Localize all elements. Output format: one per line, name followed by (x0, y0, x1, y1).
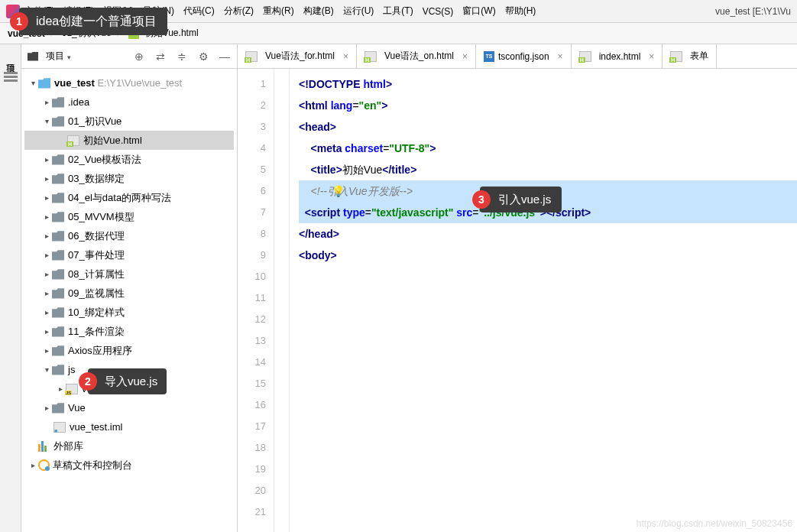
tree-axios[interactable]: ▸Axios应用程序 (24, 341, 234, 360)
callout-1-badge: 1 (10, 12, 28, 31)
tab-tsconfig[interactable]: TStsconfig.json (476, 44, 572, 68)
editor-tabs: Vue语法_for.html Vue语法_on.html TStsconfig.… (238, 44, 797, 69)
tree-extlib[interactable]: 外部库 (24, 436, 234, 456)
callout-3-text: 引入vue.js (498, 193, 551, 207)
settings-button[interactable]: ⚙ (197, 50, 209, 63)
callout-3: 3 引入vue.js (480, 187, 562, 212)
tree-04[interactable]: ▸04_el与data的两种写法 (24, 188, 234, 207)
menu-tools[interactable]: 工具(T) (383, 5, 413, 18)
project-panel: 项目 ⊕ ⇄ ≑ ⚙ — ▾vue_test E:\Y1\Vue\vue_tes… (21, 44, 238, 532)
folder-icon (28, 52, 38, 61)
tree-iml[interactable]: vue_test.iml (24, 417, 234, 436)
callout-2-badge: 2 (79, 372, 97, 391)
editor-area: Vue语法_for.html Vue语法_on.html TStsconfig.… (238, 44, 797, 532)
menu-analyze[interactable]: 分析(Z) (224, 5, 254, 18)
menu-run[interactable]: 运行(U) (343, 5, 374, 18)
tree-01[interactable]: ▾01_初识Vue (24, 112, 234, 131)
tree-10[interactable]: ▸10_绑定样式 (24, 303, 234, 322)
tree-file-初始vue[interactable]: 初始Vue.html (24, 131, 234, 150)
tab-vue-on[interactable]: Vue语法_on.html (357, 44, 476, 68)
tree-08[interactable]: ▸08_计算属性 (24, 264, 234, 284)
tab-index[interactable]: index.html (572, 44, 663, 68)
tree-06[interactable]: ▸06_数据代理 (24, 226, 234, 245)
tree-09[interactable]: ▸09_监视属性 (24, 284, 234, 303)
structure-icon[interactable] (4, 72, 18, 86)
locate-button[interactable]: ⊕ (133, 50, 145, 63)
tree-idea[interactable]: ▸.idea (24, 92, 234, 112)
tab-form[interactable]: 表单 (663, 44, 717, 68)
callout-1-text: idea创建一个普通项目 (36, 14, 157, 30)
callout-2: 2 导入vue.js (88, 368, 167, 394)
tab-vue-for[interactable]: Vue语法_for.html (238, 44, 357, 68)
project-tree: ▾vue_test E:\Y1\Vue\vue_test ▸.idea ▾01_… (21, 69, 237, 532)
tree-scratch[interactable]: ▸ 草稿文件和控制台 (24, 456, 234, 475)
tree-03[interactable]: ▸03_数据绑定 (24, 169, 234, 188)
menu-refactor[interactable]: 重构(R) (263, 5, 294, 18)
project-label: vue_test [E:\Y1\Vu (715, 6, 791, 17)
callout-2-text: 导入vue.js (105, 375, 157, 389)
hide-button[interactable]: — (219, 50, 231, 63)
menu-code[interactable]: 代码(C) (183, 5, 215, 18)
project-panel-title[interactable]: 项目 (46, 50, 71, 63)
tree-root[interactable]: ▾vue_test E:\Y1\Vue\vue_test (24, 73, 234, 92)
menu-help[interactable]: 帮助(H) (505, 5, 536, 18)
line-gutter: 1 2 3 4 5 6 7 8 9 10 11 12 13 14 15 16 1… (238, 69, 274, 532)
sidebar-tab-strip: 项目 (0, 44, 21, 532)
tree-11[interactable]: ▸11_条件渲染 (24, 322, 234, 341)
collapse-button[interactable]: ≑ (176, 50, 188, 63)
expand-button[interactable]: ⇄ (154, 50, 167, 63)
code-body[interactable]: <!DOCTYPE html> <html lang="en"> <head> … (290, 69, 797, 532)
tree-vue-dir[interactable]: ▸Vue (24, 398, 234, 417)
tree-02[interactable]: ▸02_Vue模板语法 (24, 150, 234, 169)
callout-1: 1 idea创建一个普通项目 (19, 8, 167, 35)
callout-3-badge: 3 (472, 190, 491, 209)
project-panel-header: 项目 ⊕ ⇄ ≑ ⚙ — (21, 44, 237, 69)
intention-bulb-icon[interactable]: 💡 (332, 180, 345, 202)
tree-07[interactable]: ▸07_事件处理 (24, 245, 234, 264)
code-editor[interactable]: 1 2 3 4 5 6 7 8 9 10 11 12 13 14 15 16 1… (238, 69, 797, 532)
tree-05[interactable]: ▸05_MVVM模型 (24, 207, 234, 226)
menu-build[interactable]: 构建(B) (303, 5, 334, 18)
menu-window[interactable]: 窗口(W) (462, 5, 495, 18)
menu-vcs[interactable]: VCS(S) (423, 6, 454, 17)
fold-gutter (274, 69, 290, 532)
main-area: 项目 项目 ⊕ ⇄ ≑ ⚙ — ▾vue_test E:\Y1\Vue\vue_… (0, 44, 797, 532)
